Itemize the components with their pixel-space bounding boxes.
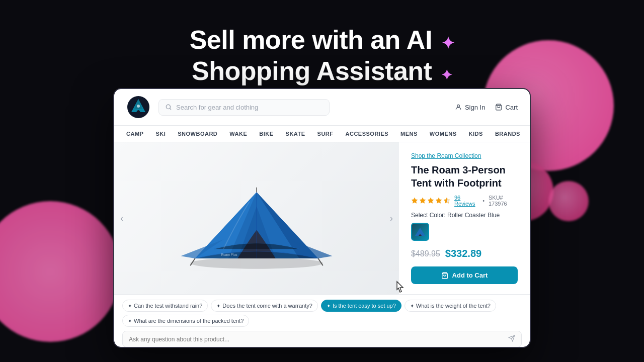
- svg-marker-9: [412, 198, 418, 203]
- svg-point-4: [190, 257, 323, 269]
- user-icon: [455, 104, 462, 111]
- color-label: Select Color: Roller Coaster Blue: [411, 212, 518, 219]
- cart-icon: [495, 104, 502, 111]
- search-placeholder: Search for gear and clothing: [176, 104, 258, 111]
- store-logo: [126, 95, 150, 119]
- ai-chat-area: ✦ Can the test withstand rain? ✦ Does th…: [114, 294, 530, 347]
- hero-title-line1: Sell more with an AI: [190, 25, 432, 54]
- star-3: [427, 197, 434, 204]
- ai-suggestion-4[interactable]: ✦ What are the dimensions of the packed …: [122, 315, 249, 327]
- hero-title-line2: Shopping Assistant: [192, 56, 432, 85]
- ai-suggestion-2[interactable]: ✦ Is the tent easy to set up?: [321, 300, 401, 312]
- nav-wake[interactable]: WAKE: [229, 126, 247, 142]
- ai-suggestion-label-0: Can the test withstand rain?: [134, 303, 202, 309]
- product-info: Shop the Roam Collection The Roam 3-Pers…: [399, 142, 530, 294]
- ai-suggestion-0[interactable]: ✦ Can the test withstand rain?: [122, 300, 208, 312]
- nav-skate[interactable]: SKATE: [286, 126, 305, 142]
- color-swatch-blue[interactable]: [411, 223, 429, 241]
- header-actions: Sign In Cart: [455, 104, 518, 111]
- product-meta: 96 Reviews • SKU# 173976: [411, 195, 518, 207]
- ai-suggestion-label-3: What is the weight of the tent?: [416, 303, 491, 309]
- swatch-tent-icon: [413, 225, 427, 239]
- ai-suggestion-3[interactable]: ✦ What is the weight of the tent?: [405, 300, 496, 312]
- star-4: [435, 197, 442, 204]
- svg-marker-11: [428, 198, 434, 203]
- svg-marker-12: [436, 198, 442, 203]
- search-icon: [165, 104, 172, 111]
- svg-point-2: [166, 105, 170, 109]
- product-tent-image: Roam Plus: [176, 163, 337, 274]
- store-nav: CAMP SKI SNOWBOARD WAKE BIKE SKATE SURF …: [114, 126, 530, 142]
- svg-text:Roam Plus: Roam Plus: [221, 253, 237, 256]
- hero-section: Sell more with an AI ✦ Shopping Assistan…: [0, 24, 644, 87]
- ai-suggestion-label-2: Is the tent easy to set up?: [333, 303, 396, 309]
- review-count[interactable]: 96 Reviews: [454, 195, 478, 207]
- svg-point-3: [457, 105, 460, 107]
- send-icon: [508, 335, 515, 342]
- original-price: $489.95: [411, 249, 440, 258]
- device-frame: Search for gear and clothing Sign In: [113, 88, 531, 348]
- product-image-area: ‹: [114, 142, 399, 294]
- collection-link[interactable]: Shop the Roam Collection: [411, 152, 518, 159]
- product-sku-number: SKU# 173976: [489, 195, 518, 207]
- nav-snowboard[interactable]: SNOWBOARD: [178, 126, 217, 142]
- sparkle-suggestion-icon-1: ✦: [216, 303, 220, 309]
- sign-in-label: Sign In: [465, 104, 485, 111]
- pricing: $489.95 $332.89: [411, 248, 518, 259]
- svg-marker-10: [420, 198, 426, 203]
- cart-button[interactable]: Cart: [495, 104, 518, 111]
- cart-add-icon: [441, 272, 448, 279]
- decoration-blob-left: [0, 201, 121, 342]
- nav-ski[interactable]: SKI: [155, 126, 166, 142]
- star-1: [411, 197, 418, 204]
- ai-input-field[interactable]: [129, 336, 504, 343]
- store-header: Search for gear and clothing Sign In: [114, 89, 530, 126]
- ai-suggestions: ✦ Can the test withstand rain? ✦ Does th…: [122, 300, 522, 327]
- star-rating: [411, 197, 450, 204]
- search-bar[interactable]: Search for gear and clothing: [158, 99, 330, 116]
- svg-point-1: [137, 105, 140, 108]
- add-to-cart-label: Add to Cart: [452, 272, 488, 279]
- product-sku: •: [482, 198, 485, 204]
- decoration-blob-br2: [548, 181, 589, 221]
- product-title: The Roam 3-Person Tent with Footprint: [411, 163, 518, 190]
- star-5-half: [443, 197, 450, 204]
- nav-camp[interactable]: CAMP: [126, 126, 143, 142]
- add-to-cart-button[interactable]: Add to Cart: [411, 266, 518, 284]
- cart-label: Cart: [505, 104, 518, 111]
- sparkle-icon2: ✦: [441, 67, 452, 84]
- ai-send-button[interactable]: [508, 335, 515, 343]
- sparkle-suggestion-icon-0: ✦: [128, 303, 132, 309]
- sparkle-suggestion-icon-3: ✦: [410, 303, 414, 309]
- ai-input-row: [122, 331, 522, 347]
- nav-surf[interactable]: SURF: [317, 126, 334, 142]
- nav-accessories[interactable]: ACCESSORIES: [346, 126, 389, 142]
- product-area: ‹: [114, 142, 530, 294]
- nav-mens[interactable]: MENS: [400, 126, 418, 142]
- ai-suggestion-label-4: What are the dimensions of the packed te…: [134, 318, 244, 324]
- nav-womens[interactable]: WOMENS: [430, 126, 457, 142]
- nav-brands[interactable]: BRANDS: [495, 126, 520, 142]
- color-options: [411, 223, 518, 241]
- image-prev-arrow[interactable]: ‹: [120, 213, 123, 224]
- sign-in-button[interactable]: Sign In: [455, 104, 485, 111]
- star-2: [419, 197, 426, 204]
- sparkle-suggestion-icon-4: ✦: [128, 318, 132, 324]
- sale-price: $332.89: [445, 248, 481, 259]
- ai-suggestion-1[interactable]: ✦ Does the tent come with a warranty?: [211, 300, 318, 312]
- nav-kids[interactable]: KIDS: [469, 126, 483, 142]
- store-ui: Search for gear and clothing Sign In: [114, 89, 530, 347]
- image-next-arrow[interactable]: ›: [390, 213, 393, 224]
- sparkle-icon: ✦: [441, 34, 455, 53]
- nav-bike[interactable]: BIKE: [259, 126, 273, 142]
- sparkle-suggestion-icon-2: ✦: [327, 303, 331, 309]
- ai-suggestion-label-1: Does the tent come with a warranty?: [222, 303, 312, 309]
